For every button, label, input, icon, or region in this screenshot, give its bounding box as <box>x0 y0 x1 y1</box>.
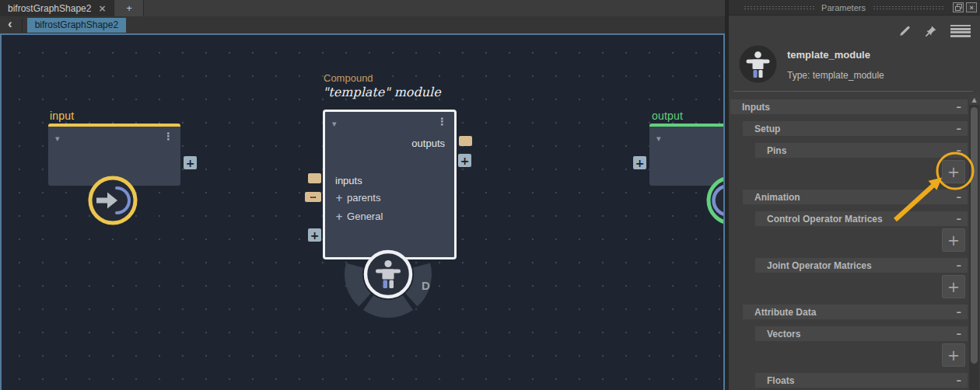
compound-node[interactable]: ▾ ⋮ outputs inputs + parents + General <box>323 110 457 259</box>
menu-hamburger-icon[interactable] <box>950 25 971 37</box>
nav-divider <box>22 19 23 31</box>
chevron-down-icon[interactable]: ▾ <box>656 134 661 144</box>
compound-parents-port[interactable]: ••• <box>305 192 321 202</box>
parameters-panel: Parameters × <box>729 0 980 390</box>
compound-add-input-button[interactable]: + <box>308 228 321 242</box>
node-menu-icon[interactable]: ⋮ <box>163 131 173 142</box>
scroll-up-icon[interactable]: ▲ <box>969 94 979 105</box>
output-node-state-icon[interactable] <box>704 173 725 228</box>
add-parameter-row: + <box>729 160 968 183</box>
section-header-animation[interactable]: Animation– <box>743 190 968 204</box>
section-label: Joint Operator Matrices <box>767 260 872 271</box>
section-header-joint-operator-matrices[interactable]: Joint Operator Matrices– <box>755 258 968 273</box>
add-parameter-row: + <box>729 275 968 298</box>
section-header-control-operator-matrices[interactable]: Control Operator Matrices– <box>755 211 968 226</box>
collapse-icon[interactable]: – <box>957 328 962 340</box>
node-avatar <box>739 45 777 83</box>
collapse-icon[interactable]: – <box>957 101 962 113</box>
panel-title: Parameters <box>821 3 866 12</box>
plus-icon: + <box>335 211 343 222</box>
breadcrumb[interactable]: bifrostGraphShape2 <box>27 18 126 33</box>
input-node-add-port-button[interactable]: + <box>184 156 197 169</box>
bifrost-graph-editor-window: bifrostGraphShape2 × + ‹ bifrostGraphSha… <box>0 0 980 390</box>
scrollbar[interactable]: ▲ <box>969 94 979 390</box>
collapse-icon[interactable]: – <box>957 123 962 134</box>
parameter-sections: Inputs–Setup–Pins–+Animation–Control Ope… <box>729 94 968 390</box>
section-header-setup[interactable]: Setup– <box>743 121 968 136</box>
row-label: parents <box>347 192 380 204</box>
scrollbar-thumb[interactable] <box>971 107 978 364</box>
add-parameter-row: + <box>729 228 968 252</box>
chevron-down-icon[interactable]: ▾ <box>55 134 60 144</box>
fan-segment <box>363 295 413 318</box>
edit-pencil-icon[interactable] <box>898 24 912 37</box>
collapse-icon[interactable]: – <box>957 306 962 318</box>
section-label: Setup <box>754 124 780 134</box>
panel-close-button[interactable]: × <box>966 2 977 12</box>
section-label: Vectors <box>767 329 800 340</box>
selected-node-name: template_module <box>787 49 870 61</box>
expand-row-general[interactable]: + General <box>335 211 383 222</box>
section-header-vectors[interactable]: Vectors– <box>755 326 968 341</box>
collapse-icon[interactable]: – <box>957 213 962 225</box>
input-node-label: input <box>50 110 74 122</box>
output-node-label: output <box>652 110 683 122</box>
collapse-icon[interactable]: – <box>957 191 962 203</box>
panel-titlebar[interactable]: Parameters × <box>729 0 980 16</box>
section-header-floats[interactable]: Floats– <box>755 373 968 388</box>
grip-texture <box>744 5 814 10</box>
collapse-icon[interactable]: – <box>957 374 962 386</box>
inputs-label: inputs <box>335 175 362 186</box>
section-label: Inputs <box>742 102 770 113</box>
collapse-icon[interactable]: – <box>957 145 962 156</box>
output-node-add-port-button[interactable]: + <box>633 156 646 169</box>
compound-kind-label: Compound <box>324 72 373 84</box>
section-label: Control Operator Matrices <box>767 214 883 225</box>
row-label: General <box>347 211 383 222</box>
node-graph-canvas[interactable]: input ▾ ⋮ + Compound "template" module ▾… <box>0 33 725 390</box>
panel-toolbar <box>898 24 971 37</box>
compound-output-port[interactable] <box>459 136 472 146</box>
section-label: Attribute Data <box>754 307 816 318</box>
add-pin-button-highlighted[interactable]: + <box>942 160 965 183</box>
arrow-right-icon <box>96 198 108 204</box>
collapse-icon[interactable]: – <box>957 259 962 271</box>
pin-icon[interactable] <box>925 25 937 37</box>
section-label: Pins <box>767 145 786 156</box>
input-node-state-icon[interactable] <box>86 173 140 228</box>
back-button[interactable]: ‹ <box>0 17 22 33</box>
tab-label: bifrostGraphShape2 <box>8 3 91 14</box>
compound-title: "template" module <box>323 85 441 99</box>
expand-row-parents[interactable]: + parents <box>335 192 380 204</box>
section-label: Floats <box>767 375 794 386</box>
section-label: Animation <box>754 192 800 203</box>
add-parameter-button[interactable]: + <box>942 228 965 252</box>
section-header-pins[interactable]: Pins– <box>755 143 968 158</box>
chevron-down-icon[interactable]: ▾ <box>332 119 337 129</box>
section-header-inputs[interactable]: Inputs– <box>730 99 968 114</box>
tab-bifrostgraphshape2[interactable]: bifrostGraphShape2 × <box>0 0 114 16</box>
tab-close-icon[interactable]: × <box>98 3 106 14</box>
graph-nav-bar: ‹ bifrostGraphShape2 <box>0 16 725 33</box>
selected-node-type: Type: template_module <box>787 70 884 81</box>
panel-float-button[interactable] <box>953 2 964 12</box>
add-parameter-row: + <box>729 343 968 367</box>
grip-texture <box>873 5 943 10</box>
plus-icon: + <box>335 193 343 204</box>
graph-editor-pane: bifrostGraphShape2 × + ‹ bifrostGraphSha… <box>0 0 725 390</box>
outputs-label: outputs <box>411 138 445 149</box>
new-tab-button[interactable]: + <box>114 0 144 16</box>
compound-add-output-button[interactable]: + <box>458 154 471 167</box>
section-header-attribute-data[interactable]: Attribute Data– <box>743 305 968 319</box>
state-badge: D <box>422 279 430 292</box>
node-menu-icon[interactable]: ⋮ <box>437 116 447 127</box>
tab-bar: bifrostGraphShape2 × + <box>0 0 725 16</box>
add-parameter-button[interactable]: + <box>942 275 965 298</box>
divider <box>733 91 973 92</box>
compound-input-port[interactable] <box>308 173 321 183</box>
add-parameter-button[interactable]: + <box>942 343 965 367</box>
